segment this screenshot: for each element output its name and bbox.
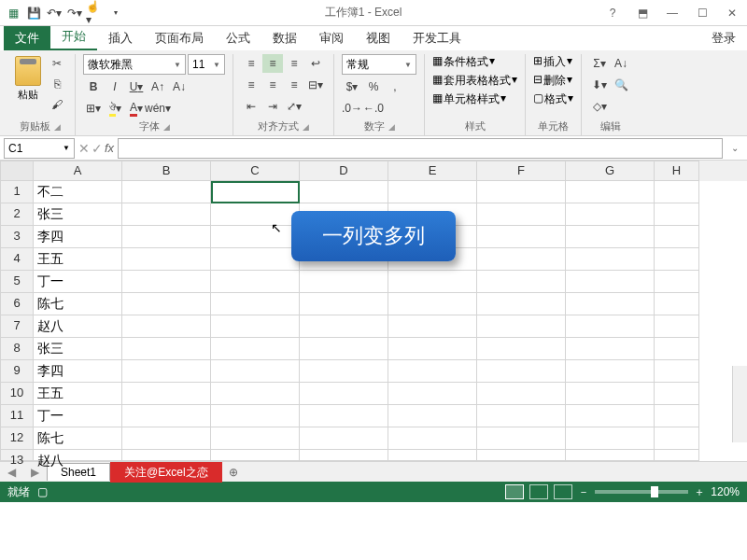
align-middle-icon[interactable]: ≡: [262, 54, 283, 73]
normal-view-icon[interactable]: [505, 484, 524, 499]
cell[interactable]: 赵八: [34, 315, 122, 338]
cell[interactable]: [566, 293, 655, 315]
maximize-icon[interactable]: ☐: [691, 7, 713, 20]
clear-icon[interactable]: ◇▾: [589, 97, 610, 116]
cell[interactable]: [477, 338, 566, 360]
row-header[interactable]: 12: [0, 427, 34, 450]
row-header[interactable]: 3: [0, 226, 34, 248]
percent-icon[interactable]: %: [363, 77, 384, 96]
font-name-combo[interactable]: 微软雅黑▼: [83, 54, 186, 75]
cell[interactable]: [122, 427, 211, 450]
cell[interactable]: [300, 405, 388, 427]
cell[interactable]: [388, 383, 477, 405]
clipboard-dialog-icon[interactable]: ◢: [54, 122, 61, 132]
border-icon[interactable]: ⊞▾: [83, 99, 104, 118]
font-color-icon[interactable]: A▾: [126, 99, 147, 118]
row-header[interactable]: 7: [0, 315, 34, 338]
shrink-font-icon[interactable]: A↓: [169, 77, 190, 96]
row-header[interactable]: 1: [0, 181, 34, 203]
cut-icon[interactable]: ✂: [47, 54, 67, 73]
cell[interactable]: [655, 293, 699, 315]
cell[interactable]: [477, 405, 566, 427]
column-header[interactable]: D: [300, 161, 388, 181]
cell[interactable]: [655, 360, 699, 383]
grow-font-icon[interactable]: A↑: [148, 77, 168, 96]
column-header[interactable]: E: [388, 161, 477, 181]
redo-icon[interactable]: ↷▾: [65, 4, 84, 22]
phonetic-icon[interactable]: wén▾: [148, 99, 168, 118]
cell[interactable]: [477, 383, 566, 405]
cell[interactable]: [122, 360, 211, 383]
italic-button[interactable]: I: [105, 77, 125, 96]
cancel-formula-icon[interactable]: ✕: [78, 141, 90, 156]
cell[interactable]: [477, 315, 566, 338]
cell[interactable]: [211, 450, 300, 461]
cell[interactable]: [477, 203, 566, 226]
cell[interactable]: [566, 248, 655, 271]
cell[interactable]: [300, 271, 388, 293]
cell[interactable]: [566, 427, 655, 450]
delete-cells-button[interactable]: ⊟删除 ▾: [533, 73, 572, 89]
align-left-icon[interactable]: ≡: [241, 76, 261, 94]
cell[interactable]: [566, 383, 655, 405]
cell[interactable]: 李四: [34, 360, 122, 383]
cell[interactable]: 陈七: [34, 427, 122, 450]
cell[interactable]: 不二: [34, 181, 122, 203]
comma-icon[interactable]: ,: [385, 77, 405, 96]
find-icon[interactable]: 🔍: [611, 76, 631, 94]
cell[interactable]: [655, 271, 699, 293]
format-cells-button[interactable]: ▢格式 ▾: [533, 91, 573, 107]
cell[interactable]: [655, 338, 699, 360]
column-header[interactable]: F: [477, 161, 566, 181]
cell[interactable]: [122, 203, 211, 226]
zoom-in-button[interactable]: ＋: [694, 484, 705, 500]
fill-icon[interactable]: ⬇▾: [589, 76, 610, 94]
tab-home[interactable]: 开始: [50, 24, 97, 50]
cell[interactable]: [566, 405, 655, 427]
cell[interactable]: [566, 203, 655, 226]
cell[interactable]: [388, 450, 477, 461]
bold-button[interactable]: B: [83, 77, 104, 96]
cell[interactable]: [300, 360, 388, 383]
cell[interactable]: [566, 315, 655, 338]
font-dialog-icon[interactable]: ◢: [163, 122, 170, 132]
cell[interactable]: [477, 271, 566, 293]
page-layout-view-icon[interactable]: [529, 484, 548, 499]
select-all-corner[interactable]: [0, 161, 34, 181]
cell[interactable]: [388, 293, 477, 315]
page-break-view-icon[interactable]: [554, 484, 572, 499]
cell[interactable]: [477, 248, 566, 271]
login-link[interactable]: 登录: [700, 26, 747, 50]
cell[interactable]: 张三: [34, 338, 122, 360]
cell[interactable]: [388, 427, 477, 450]
cell[interactable]: [655, 405, 699, 427]
tab-review[interactable]: 审阅: [308, 26, 355, 50]
tab-insert[interactable]: 插入: [97, 26, 144, 50]
row-header[interactable]: 10: [0, 383, 34, 405]
cell[interactable]: [566, 360, 655, 383]
number-dialog-icon[interactable]: ◢: [388, 122, 395, 132]
tab-formulas[interactable]: 公式: [215, 26, 261, 50]
cell[interactable]: 丁一: [34, 405, 122, 427]
row-header[interactable]: 5: [0, 271, 34, 293]
cell[interactable]: [122, 450, 211, 461]
cell[interactable]: [300, 427, 388, 450]
cell[interactable]: [388, 271, 477, 293]
tab-data[interactable]: 数据: [261, 26, 308, 50]
cell[interactable]: [388, 181, 477, 203]
qat-customize-icon[interactable]: ▾: [106, 4, 125, 22]
tab-view[interactable]: 视图: [355, 26, 402, 50]
undo-icon[interactable]: ↶▾: [45, 4, 63, 22]
cell[interactable]: [211, 315, 300, 338]
row-header[interactable]: 9: [0, 360, 34, 383]
cell[interactable]: [300, 315, 388, 338]
cell[interactable]: [655, 427, 699, 450]
cell[interactable]: 张三: [34, 203, 122, 226]
cell[interactable]: 赵八: [34, 450, 122, 461]
cell[interactable]: [211, 338, 300, 360]
align-right-icon[interactable]: ≡: [284, 76, 304, 94]
fx-icon[interactable]: fx: [105, 141, 114, 155]
column-header[interactable]: G: [566, 161, 655, 181]
row-header[interactable]: 8: [0, 338, 34, 360]
cell[interactable]: [477, 181, 566, 203]
